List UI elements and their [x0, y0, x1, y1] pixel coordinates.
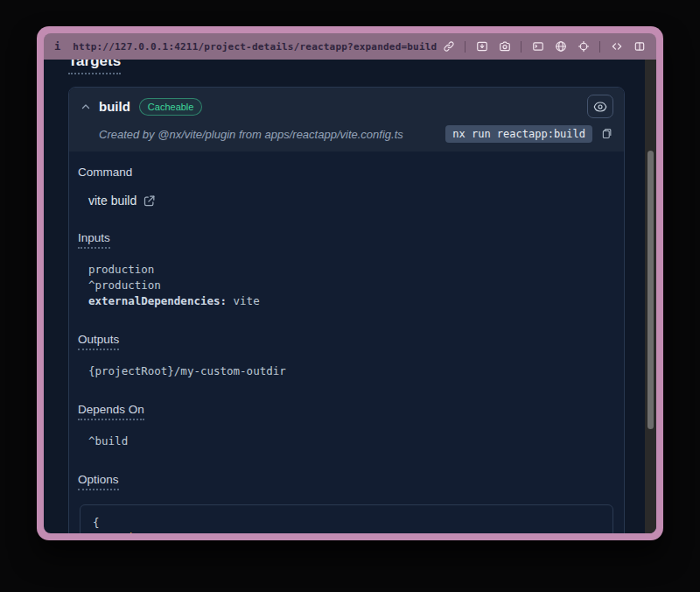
- run-command-chip: nx run reactapp:build: [445, 125, 592, 143]
- depends-on-item: ^build: [88, 433, 615, 449]
- input-item: production: [88, 262, 615, 278]
- page-content: Targets build Cacheable: [44, 60, 656, 533]
- depends-on-list: ^build: [88, 433, 615, 449]
- camera-icon[interactable]: [498, 40, 511, 53]
- toolbar-separator: [599, 41, 600, 53]
- scrollbar-track[interactable]: [645, 60, 656, 533]
- page-title: Targets: [68, 60, 625, 74]
- command-section-label: Command: [78, 166, 615, 179]
- build-card-body: Command vite build Inputs production: [69, 152, 624, 533]
- options-code-block: { "cwd": "apps/reactapp" }: [80, 504, 613, 533]
- output-item: {projectRoot}/my-custom-outdir: [88, 363, 615, 379]
- globe-icon[interactable]: [554, 40, 567, 53]
- inputs-list: production ^production externalDependenc…: [88, 262, 615, 309]
- outputs-section-label: Outputs: [78, 333, 615, 350]
- info-icon[interactable]: i: [54, 40, 60, 53]
- link-icon[interactable]: [442, 40, 455, 53]
- toolbar-separator: [465, 41, 466, 53]
- view-target-build-button[interactable]: [587, 95, 613, 118]
- depends-on-section-label: Depends On: [78, 403, 615, 420]
- browser-window: i http://127.0.0.1:4211/project-details/…: [37, 26, 663, 540]
- created-by-text: Created by @nx/vite/plugin from apps/rea…: [99, 128, 403, 141]
- split-panel-icon[interactable]: [633, 40, 646, 53]
- desktop-background: i http://127.0.0.1:4211/project-details/…: [0, 0, 700, 592]
- command-value-row: vite build: [88, 194, 615, 208]
- target-card-build: build Cacheable Created by @nx/vite/plug…: [68, 87, 625, 533]
- crosshair-icon[interactable]: [577, 40, 590, 53]
- url-text[interactable]: http://127.0.0.1:4211/project-details/re…: [73, 41, 437, 53]
- copy-icon[interactable]: [599, 127, 613, 141]
- toolbar-separator: [521, 41, 522, 53]
- code-line: {: [93, 515, 600, 530]
- input-item: externalDependencies: vite: [88, 293, 615, 309]
- download-icon[interactable]: [475, 40, 488, 53]
- options-section-label: Options: [78, 473, 615, 490]
- code-line: "cwd": "apps/reactapp": [93, 530, 600, 533]
- browser-toolbar: i http://127.0.0.1:4211/project-details/…: [44, 33, 656, 60]
- input-item: ^production: [88, 278, 615, 293]
- command-value: vite build: [88, 194, 136, 208]
- external-link-icon[interactable]: [143, 194, 156, 208]
- scrollbar-thumb[interactable]: [648, 151, 654, 429]
- window-frame: i http://127.0.0.1:4211/project-details/…: [44, 33, 656, 533]
- code-icon[interactable]: [610, 40, 623, 53]
- toolbar-icon-group: [442, 40, 646, 53]
- build-card-header: build Cacheable Created by @nx/vite/plug…: [69, 88, 624, 152]
- inputs-section-label: Inputs: [78, 231, 615, 249]
- chevron-up-icon[interactable]: [80, 101, 92, 113]
- target-name-build[interactable]: build: [99, 99, 130, 114]
- terminal-icon[interactable]: [531, 40, 544, 53]
- outputs-list: {projectRoot}/my-custom-outdir: [88, 363, 615, 379]
- cacheable-badge: Cacheable: [139, 98, 203, 116]
